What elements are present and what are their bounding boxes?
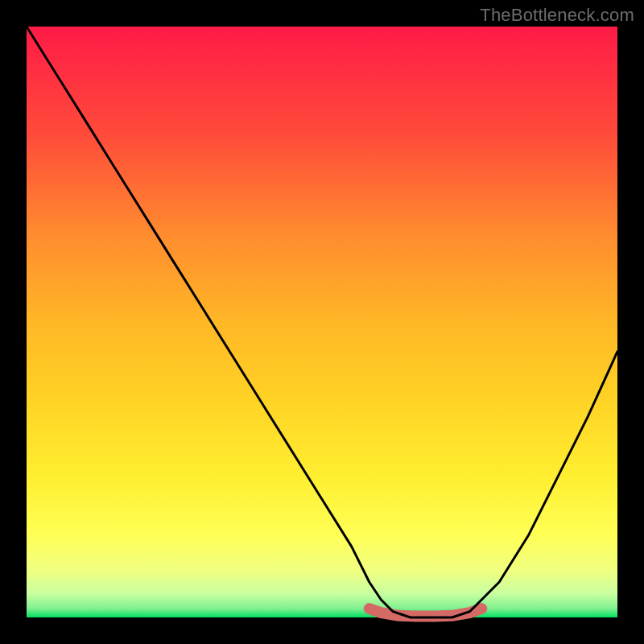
- chart-svg: [27, 27, 617, 617]
- chart-frame: TheBottleneck.com: [0, 0, 644, 644]
- watermark-text: TheBottleneck.com: [480, 5, 634, 26]
- main-curve: [27, 27, 617, 617]
- plot-area: [27, 27, 617, 617]
